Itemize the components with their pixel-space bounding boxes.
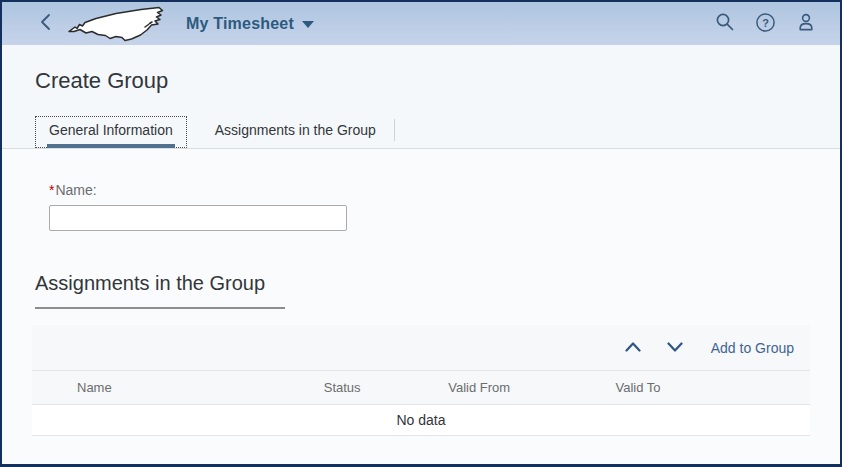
help-button[interactable]: ? [751, 8, 780, 40]
tab-separator [394, 119, 395, 141]
no-data-text: No data [396, 412, 445, 428]
main-content: *Name: Assignments in the Group Add to G… [2, 149, 840, 436]
shell-header: My Timesheet ? [2, 2, 840, 45]
svg-text:?: ? [762, 16, 769, 28]
name-label-text: Name: [55, 182, 96, 198]
move-down-button[interactable] [661, 334, 689, 361]
assignments-table: Add to Group Name Status Valid From Vali… [32, 325, 810, 436]
section-title-underline [35, 307, 285, 309]
app-title-menu[interactable]: My Timesheet [186, 15, 314, 33]
chevron-down-icon [667, 340, 683, 355]
back-icon [38, 13, 54, 34]
table-empty-row: No data [32, 405, 810, 436]
name-input[interactable] [49, 205, 347, 231]
required-marker: * [49, 182, 54, 198]
page-header: Create Group General Information Assignm… [2, 45, 840, 149]
app-window: My Timesheet ? Create Group General Info… [0, 0, 842, 467]
person-icon [796, 12, 816, 35]
column-header-name: Name [32, 380, 324, 395]
search-icon [715, 12, 735, 35]
column-header-status: Status [324, 380, 448, 395]
tab-bar: General Information Assignments in the G… [35, 116, 810, 148]
nc-state-logo [66, 5, 166, 43]
search-button[interactable] [711, 8, 739, 39]
tab-assignments-in-the-group[interactable]: Assignments in the Group [201, 116, 390, 148]
move-up-button[interactable] [619, 334, 647, 361]
profile-button[interactable] [792, 8, 820, 39]
add-to-group-button[interactable]: Add to Group [711, 340, 794, 356]
column-header-valid-to: Valid To [615, 380, 810, 395]
app-title: My Timesheet [186, 15, 294, 33]
table-toolbar: Add to Group [32, 325, 810, 371]
name-field-label: *Name: [49, 182, 810, 198]
help-icon: ? [755, 12, 776, 36]
assignments-section-title: Assignments in the Group [35, 272, 810, 295]
table-header-row: Name Status Valid From Valid To [32, 371, 810, 405]
column-header-valid-from: Valid From [448, 380, 615, 395]
back-button[interactable] [34, 9, 58, 38]
tab-general-information[interactable]: General Information [35, 116, 187, 148]
page-title: Create Group [35, 68, 810, 94]
dropdown-caret-icon [302, 21, 314, 28]
chevron-up-icon [625, 340, 641, 355]
